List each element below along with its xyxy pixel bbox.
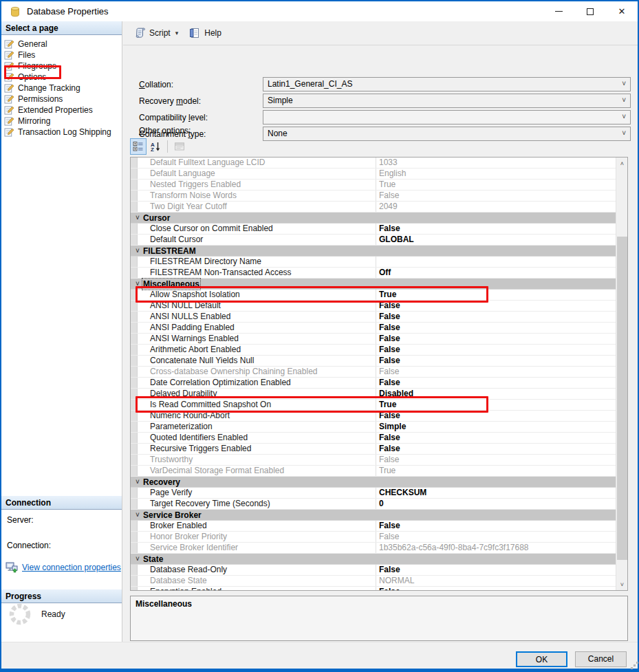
- sidebar-page-item[interactable]: Transaction Log Shipping: [1, 127, 122, 138]
- grid-category-row[interactable]: ˅ Recovery: [131, 477, 616, 488]
- grid-row[interactable]: Default Fulltext Language LCID 1033: [131, 158, 616, 169]
- grid-row[interactable]: Honor Broker Priority False: [131, 532, 616, 543]
- scrollbar-thumb[interactable]: [617, 237, 627, 560]
- property-value[interactable]: English: [376, 169, 616, 179]
- property-value[interactable]: False: [376, 411, 616, 421]
- grid-row[interactable]: Cross-database Ownership Chaining Enable…: [131, 367, 616, 378]
- help-button[interactable]: Help: [184, 25, 226, 41]
- chevron-down-icon[interactable]: ˅: [622, 129, 626, 137]
- vertical-scrollbar[interactable]: ˄ ˅: [616, 158, 627, 590]
- ok-button[interactable]: OK: [516, 651, 567, 667]
- grid-row[interactable]: FILESTREAM Non-Transacted Access Off: [131, 268, 616, 279]
- property-value[interactable]: False: [376, 323, 616, 333]
- property-value[interactable]: False: [376, 378, 616, 388]
- property-value[interactable]: False: [376, 301, 616, 311]
- grid-row[interactable]: Encryption Enabled False: [131, 587, 616, 591]
- property-value[interactable]: True: [376, 180, 616, 190]
- alphabetical-sort-button[interactable]: A Z: [147, 138, 164, 155]
- grid-row[interactable]: Close Cursor on Commit Enabled False: [131, 224, 616, 235]
- grid-row[interactable]: Parameterization Simple: [131, 422, 616, 433]
- sidebar-page-item[interactable]: Extended Properties: [1, 105, 122, 116]
- chevron-down-icon[interactable]: ˅: [131, 554, 143, 564]
- grid-row[interactable]: Is Read Committed Snapshot On True: [131, 400, 616, 411]
- chevron-down-icon[interactable]: ˅: [131, 213, 143, 223]
- compatibility-level-combobox[interactable]: ˅: [263, 110, 631, 124]
- collation-combobox[interactable]: Latin1_General_CI_AS ˅: [263, 77, 631, 91]
- grid-row[interactable]: Page Verify CHECKSUM: [131, 488, 616, 499]
- property-value[interactable]: 1033: [376, 158, 616, 168]
- property-value[interactable]: False: [376, 356, 616, 366]
- sidebar-page-item[interactable]: Files: [1, 50, 122, 61]
- property-value[interactable]: False: [376, 444, 616, 454]
- property-value[interactable]: True: [376, 466, 616, 476]
- grid-category-row[interactable]: ˅ FILESTREAM: [131, 246, 616, 257]
- grid-row[interactable]: Database State NORMAL: [131, 576, 616, 587]
- categorized-button[interactable]: [130, 138, 147, 155]
- close-button[interactable]: ✕: [606, 1, 638, 21]
- grid-category-row[interactable]: ˅ Cursor: [131, 213, 616, 224]
- property-value[interactable]: Off: [376, 268, 616, 278]
- grid-row[interactable]: ANSI NULL Default False: [131, 301, 616, 312]
- grid-row[interactable]: Default Cursor GLOBAL: [131, 235, 616, 246]
- chevron-down-icon[interactable]: ˅: [622, 113, 626, 120]
- sidebar-page-item[interactable]: Permissions: [1, 94, 122, 105]
- script-button[interactable]: Script ▾: [129, 25, 183, 41]
- grid-row[interactable]: Trustworthy False: [131, 455, 616, 466]
- cancel-button[interactable]: Cancel: [575, 651, 627, 667]
- sidebar-page-item[interactable]: Mirroring: [1, 116, 122, 127]
- property-value[interactable]: Simple: [376, 422, 616, 432]
- grid-row[interactable]: Delayed Durability Disabled: [131, 389, 616, 400]
- grid-row[interactable]: Recursive Triggers Enabled False: [131, 444, 616, 455]
- grid-row[interactable]: Two Digit Year Cutoff 2049: [131, 202, 616, 213]
- grid-row[interactable]: Service Broker Identifier 1b35b62a-c56a-…: [131, 543, 616, 554]
- scroll-down-icon[interactable]: ˅: [616, 578, 628, 590]
- grid-row[interactable]: Allow Snapshot Isolation True: [131, 290, 616, 301]
- grid-row[interactable]: Date Correlation Optimization Enabled Fa…: [131, 378, 616, 389]
- grid-row[interactable]: ANSI Warnings Enabled False: [131, 334, 616, 345]
- containment-type-combobox[interactable]: None ˅: [263, 127, 631, 141]
- grid-row[interactable]: FILESTREAM Directory Name: [131, 257, 616, 268]
- grid-row[interactable]: VarDecimal Storage Format Enabled True: [131, 466, 616, 477]
- property-value[interactable]: False: [376, 532, 616, 542]
- property-value[interactable]: True: [376, 400, 616, 410]
- chevron-down-icon[interactable]: ˅: [131, 246, 143, 256]
- property-value[interactable]: True: [376, 290, 616, 300]
- grid-category-row[interactable]: ˅ State: [131, 554, 616, 565]
- grid-row[interactable]: Concatenate Null Yields Null False: [131, 356, 616, 367]
- property-value[interactable]: False: [376, 191, 616, 201]
- grid-row[interactable]: Transform Noise Words False: [131, 191, 616, 202]
- property-value[interactable]: Disabled: [376, 389, 616, 399]
- script-dropdown-icon[interactable]: ▾: [175, 30, 179, 36]
- chevron-down-icon[interactable]: ˅: [131, 279, 143, 289]
- property-value[interactable]: False: [376, 521, 616, 531]
- grid-row[interactable]: Quoted Identifiers Enabled False: [131, 433, 616, 444]
- sidebar-page-item[interactable]: Filegroups: [1, 61, 122, 72]
- property-value[interactable]: False: [376, 345, 616, 355]
- property-value[interactable]: 2049: [376, 202, 616, 212]
- recovery-model-combobox[interactable]: Simple ˅: [263, 94, 631, 108]
- property-value[interactable]: False: [376, 587, 616, 591]
- property-value[interactable]: CHECKSUM: [376, 488, 616, 498]
- sidebar-page-item[interactable]: Options: [1, 72, 122, 83]
- view-connection-properties-link[interactable]: View connection properties: [22, 563, 121, 572]
- property-value[interactable]: False: [376, 312, 616, 322]
- property-value[interactable]: False: [376, 224, 616, 234]
- property-value[interactable]: False: [376, 367, 616, 377]
- grid-row[interactable]: Arithmetic Abort Enabled False: [131, 345, 616, 356]
- grid-row[interactable]: Broker Enabled False: [131, 521, 616, 532]
- maximize-button[interactable]: [574, 1, 606, 21]
- grid-row[interactable]: ANSI NULLS Enabled False: [131, 312, 616, 323]
- property-value[interactable]: 1b35b62a-c56a-49f0-8ba4-7c9fc3f17688: [376, 543, 616, 553]
- grid-row[interactable]: Nested Triggers Enabled True: [131, 180, 616, 191]
- grid-category-row[interactable]: ˅ Service Broker: [131, 510, 616, 521]
- property-value[interactable]: NORMAL: [376, 576, 616, 586]
- grid-category-row[interactable]: ˅ Miscellaneous: [131, 279, 616, 290]
- property-value[interactable]: [376, 257, 616, 267]
- sidebar-page-item[interactable]: Change Tracking: [1, 83, 122, 94]
- chevron-down-icon[interactable]: ˅: [131, 477, 143, 487]
- property-value[interactable]: False: [376, 334, 616, 344]
- property-value[interactable]: False: [376, 455, 616, 465]
- property-value[interactable]: False: [376, 433, 616, 443]
- chevron-down-icon[interactable]: ˅: [131, 510, 143, 520]
- property-value[interactable]: 0: [376, 499, 616, 509]
